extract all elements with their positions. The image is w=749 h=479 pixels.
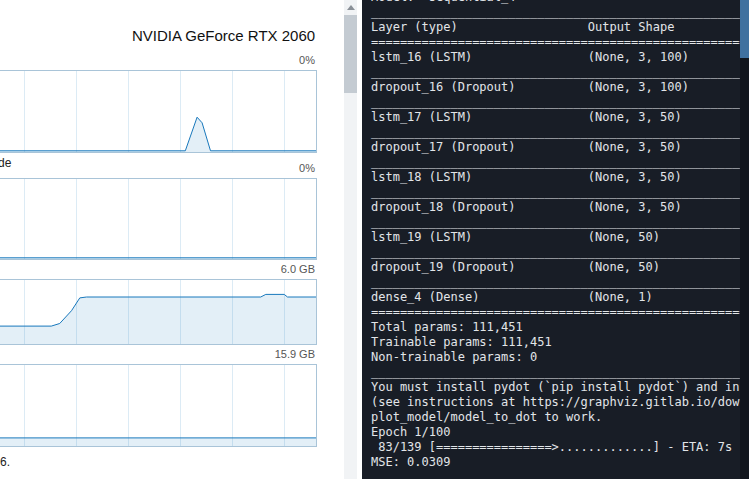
chart-max-label-utilization-2: 0%: [200, 162, 315, 174]
chart-max-label-shared-memory: 15.9 GB: [200, 348, 315, 360]
chart-section-label-partial: de: [0, 156, 11, 170]
screen: NVIDIA GeForce RTX 2060 0% de 0% 6.0 GB …: [0, 0, 749, 479]
console-scrollbar-thumb[interactable]: [740, 0, 749, 58]
terminal-output: Model: "sequential_4" __________________…: [371, 0, 749, 470]
taskmanager-scrollbar[interactable]: [344, 0, 357, 479]
shared-gpu-memory-plot: [0, 365, 316, 446]
up-triangle-icon: [347, 5, 355, 10]
chart-max-label-utilization-1: 0%: [200, 54, 315, 66]
taskmanager-scrollbar-thumb[interactable]: [344, 15, 357, 93]
bottom-stat-partial: 6.: [0, 455, 10, 469]
chart-max-label-dedicated-memory: 6.0 GB: [200, 263, 315, 275]
gpu-utilization-chart-2-plot: [0, 179, 316, 259]
dedicated-gpu-memory-plot: [0, 280, 316, 344]
gpu-utilization-chart-1: [0, 70, 317, 153]
task-manager-gpu-panel: NVIDIA GeForce RTX 2060 0% de 0% 6.0 GB …: [0, 0, 344, 479]
console-panel: Model: "sequential_4" __________________…: [362, 0, 749, 479]
dedicated-gpu-memory-chart: [0, 279, 317, 345]
console-scrollbar[interactable]: [740, 0, 749, 479]
gpu-utilization-chart-1-plot: [0, 71, 316, 152]
gpu-utilization-chart-2: [0, 178, 317, 260]
gpu-name-title: NVIDIA GeForce RTX 2060: [132, 27, 315, 44]
scroll-up-icon[interactable]: [344, 0, 357, 15]
shared-gpu-memory-chart: [0, 364, 317, 447]
